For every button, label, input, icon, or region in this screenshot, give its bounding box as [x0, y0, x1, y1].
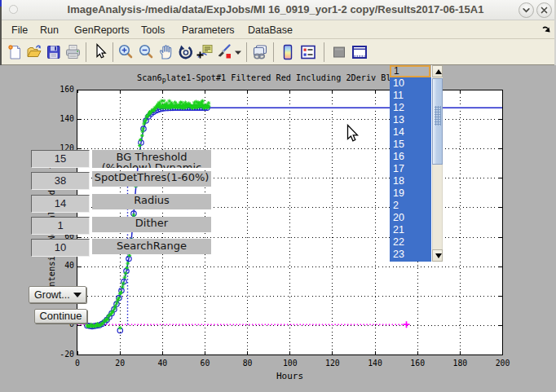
x-tick-label: 20	[115, 359, 125, 368]
growth-model-dropdown[interactable]: Growt...	[29, 286, 86, 303]
brush-dropdown-caret[interactable]	[234, 43, 242, 61]
y-tick-label: 140	[60, 114, 74, 123]
list-item[interactable]: 13	[390, 114, 431, 126]
list-item[interactable]: 12	[390, 102, 431, 114]
list-item[interactable]: 19	[390, 187, 431, 200]
menu-file[interactable]: File	[10, 23, 29, 37]
dither-label: Dither	[92, 217, 211, 232]
dropdown-arrow-icon	[73, 293, 82, 297]
list-item[interactable]: 22	[390, 236, 431, 249]
insert-colorbar-button[interactable]	[279, 43, 297, 61]
dither-input[interactable]	[31, 217, 90, 235]
series-raw-data-outlier	[118, 326, 122, 330]
spotdetthres-label: SpotDetThres(1-60%)	[92, 171, 211, 187]
x-tick-label: 40	[157, 359, 167, 368]
menu-run[interactable]: Run	[38, 23, 60, 37]
mouse-cursor	[346, 124, 360, 143]
list-item[interactable]: 21	[390, 224, 431, 236]
list-item[interactable]: 10	[390, 77, 431, 90]
x-axis-label: Hours	[276, 371, 303, 381]
y-tick-label: -20	[60, 350, 74, 359]
list-item[interactable]: 20	[390, 212, 431, 224]
window-corner-notch	[0, 0, 2, 7]
x-tick-label: 120	[325, 359, 340, 368]
figure-canvas: 020406080100120140160180200-200204060801…	[0, 65, 556, 392]
new-figure-button[interactable]	[7, 43, 24, 61]
menu-database[interactable]: DataBase	[246, 23, 294, 37]
brush-data-button[interactable]	[216, 43, 234, 61]
print-figure-button[interactable]	[64, 43, 82, 61]
bg-threshold-input[interactable]	[31, 150, 90, 168]
popup-scrollbar[interactable]	[431, 65, 443, 262]
scroll-up-icon	[435, 69, 442, 74]
toolbar	[0, 39, 556, 65]
spot-number-list[interactable]: 10111213141516171819220212223	[390, 77, 431, 262]
title-bar: ImageAnalysis-/media/data/ExpJobs/MI 16_…	[0, 0, 556, 20]
x-tick-label: 0	[75, 359, 80, 368]
zoom-out-button[interactable]	[138, 43, 156, 61]
close-icon	[540, 6, 549, 15]
x-tick-label: 140	[368, 359, 382, 368]
list-item[interactable]: 23	[390, 249, 431, 261]
toolbar-separator	[86, 42, 86, 62]
pan-button[interactable]	[157, 43, 175, 61]
scroll-down-icon	[435, 253, 442, 258]
searchrange-input[interactable]	[31, 239, 90, 257]
toolbar-separator	[113, 42, 113, 62]
menu-tools[interactable]: Tools	[139, 23, 166, 37]
x-tick-label: 180	[452, 359, 467, 368]
shade-button[interactable]	[518, 2, 534, 18]
toolbar-separator	[273, 42, 274, 62]
edit-plot-button[interactable]	[91, 43, 109, 61]
list-item[interactable]: 16	[390, 151, 431, 163]
toolbar-separator	[324, 42, 324, 62]
x-tick-label: 100	[283, 359, 298, 368]
window-left-border	[0, 0, 2, 65]
list-item[interactable]: 2	[390, 200, 431, 212]
scroll-up-button[interactable]	[432, 65, 443, 77]
plot-title: Scan6plate1-Spot#1 Filtered Red Includin…	[137, 73, 396, 85]
x-tick-label: 80	[243, 359, 253, 368]
continue-button[interactable]: Continue	[34, 309, 87, 324]
x-tick-label: 160	[410, 359, 425, 368]
scrollbar-thumb[interactable]	[432, 78, 443, 165]
rotate-3d-button[interactable]	[177, 43, 195, 61]
list-item[interactable]: 11	[390, 90, 431, 102]
save-figure-button[interactable]	[45, 43, 63, 61]
chevron-down-icon	[522, 6, 531, 15]
spot-number-popup: 1 10111213141516171819220212223	[390, 65, 443, 262]
menu-parameters[interactable]: Parameters	[180, 23, 236, 37]
hide-plot-tools-button[interactable]	[330, 43, 348, 61]
y-tick-label: 40	[64, 261, 74, 270]
menu-bar: File Run GenReports Tools Parameters Dat…	[0, 20, 556, 39]
searchrange-label: SearchRange	[92, 239, 211, 254]
figure-window: ImageAnalysis-/media/data/ExpJobs/MI 16_…	[0, 0, 556, 392]
show-plot-tools-button[interactable]	[351, 43, 368, 61]
zoom-in-button[interactable]	[117, 43, 135, 61]
toolbar-separator	[246, 42, 247, 62]
window-title: ImageAnalysis-/media/data/ExpJobs/MI 16_…	[0, 0, 551, 20]
y-tick-label: 160	[60, 85, 74, 94]
scroll-down-button[interactable]	[432, 249, 443, 262]
scrollbar-track[interactable]	[432, 165, 443, 249]
radius-label: Radius	[92, 194, 211, 209]
bg-threshold-label: BG Threshold(%below) Dynamic	[92, 150, 211, 168]
list-item[interactable]: 15	[390, 139, 431, 151]
menu-genreports[interactable]: GenReports	[73, 23, 130, 37]
insert-legend-button[interactable]	[299, 43, 317, 61]
link-plot-button[interactable]	[251, 43, 269, 61]
x-tick-label: 60	[201, 359, 210, 368]
list-item[interactable]: 18	[390, 175, 431, 187]
list-item[interactable]: 14	[390, 126, 431, 139]
menu-overflow-arrow-icon[interactable]	[542, 26, 551, 33]
close-button[interactable]	[536, 2, 552, 18]
x-tick-label: 200	[496, 359, 510, 368]
growth-dropdown-label: Growt...	[34, 288, 70, 302]
scrollbar-grip	[435, 106, 441, 126]
radius-input[interactable]	[31, 195, 90, 213]
list-item[interactable]: 17	[390, 163, 431, 175]
open-file-button[interactable]	[25, 43, 43, 61]
data-cursor-button[interactable]	[196, 43, 214, 61]
spot-number-editor[interactable]: 1	[390, 65, 430, 77]
spotdetthres-input[interactable]	[31, 172, 90, 190]
